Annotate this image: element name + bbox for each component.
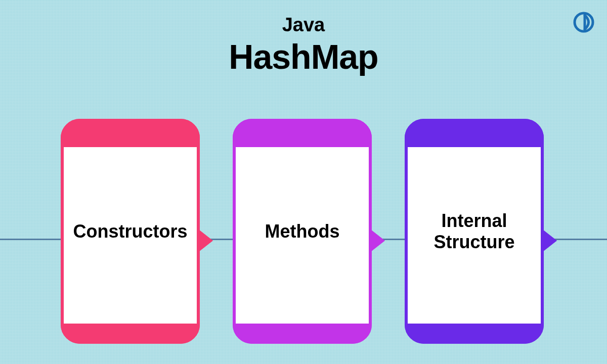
card-methods: Methods	[233, 119, 372, 344]
arrow-right-icon	[543, 230, 557, 252]
arrow-right-icon	[199, 230, 213, 252]
card-cap	[405, 324, 544, 344]
card-cap	[233, 324, 372, 344]
subtitle: Java	[0, 14, 607, 36]
card-cap	[61, 324, 200, 344]
card-internal-structure: InternalStructure	[405, 119, 544, 344]
arrow-right-icon	[371, 230, 385, 252]
card-label: Constructors	[68, 221, 192, 242]
connector-line	[0, 239, 61, 240]
card-cap	[233, 119, 372, 147]
main-title: HashMap	[0, 37, 607, 76]
card-label: InternalStructure	[428, 210, 519, 252]
diagram-title-group: Java HashMap	[0, 0, 607, 76]
card-cap	[405, 119, 544, 147]
card-constructors: Constructors	[61, 119, 200, 344]
brand-logo-icon	[573, 11, 595, 33]
card-label: Methods	[260, 221, 345, 242]
card-cap	[61, 119, 200, 147]
